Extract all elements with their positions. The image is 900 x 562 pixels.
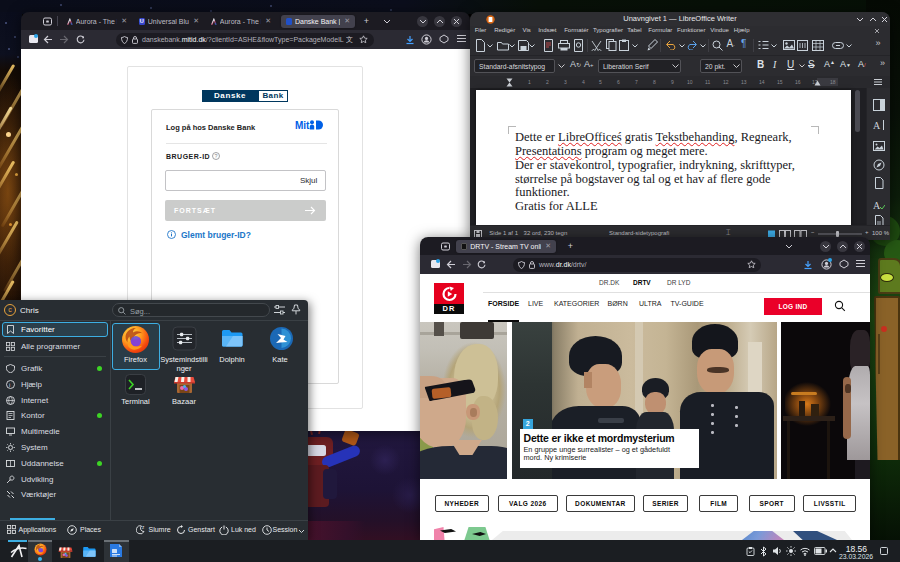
svg-text:z: z [142,525,145,530]
svg-text:A: A [873,200,881,211]
svg-text:A: A [873,120,881,131]
svg-text:?: ? [214,153,217,159]
svg-text:i: i [9,381,10,387]
svg-text:文: 文 [346,35,353,43]
